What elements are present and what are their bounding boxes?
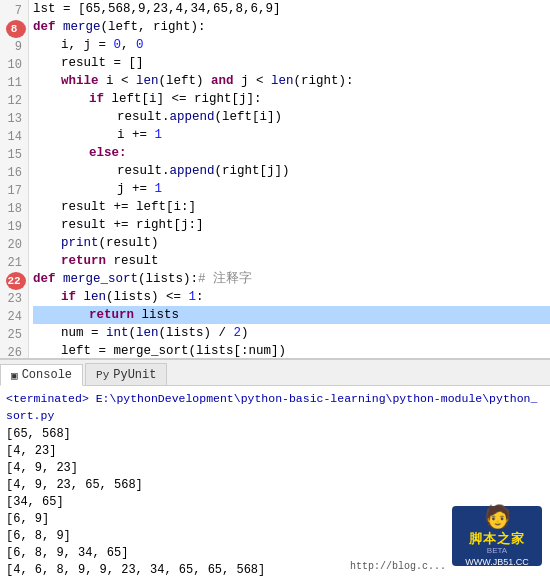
pyunit-tab-icon: Py bbox=[96, 369, 109, 381]
line-number-11: 11 bbox=[4, 74, 26, 92]
code-line-24: return lists bbox=[33, 306, 550, 324]
console-line-7: [6, 8, 9, 34, 65] bbox=[6, 545, 544, 562]
line-number-18: 18 bbox=[4, 200, 26, 218]
tab-pyunit[interactable]: PyPyUnit bbox=[85, 363, 167, 385]
code-line-7: lst = [65,568,9,23,4,34,65,8,6,9] bbox=[33, 0, 550, 18]
line-number-13: 13 bbox=[4, 110, 26, 128]
tab-console[interactable]: ▣Console bbox=[0, 364, 83, 386]
console-line-1: [4, 23] bbox=[6, 443, 544, 460]
code-line-9: i, j = 0, 0 bbox=[33, 36, 550, 54]
console-line-8: [4, 6, 8, 9, 9, 23, 34, 65, 65, 568] bbox=[6, 562, 544, 576]
line-number-19: 19 bbox=[4, 218, 26, 236]
line-number-26: 26 bbox=[4, 344, 26, 360]
code-line-22: def merge_sort(lists):# 注释字 bbox=[33, 270, 550, 288]
line-number-9: 9 bbox=[4, 38, 26, 56]
code-line-13: result.append(left[i]) bbox=[33, 108, 550, 126]
pyunit-tab-label: PyUnit bbox=[113, 368, 156, 382]
console-line-6: [6, 8, 9] bbox=[6, 528, 544, 545]
code-line-20: print(result) bbox=[33, 234, 550, 252]
line-number-25: 25 bbox=[4, 326, 26, 344]
console-line-0: [65, 568] bbox=[6, 426, 544, 443]
console-tab-icon: ▣ bbox=[11, 369, 18, 382]
code-line-11: while i < len(left) and j < len(right): bbox=[33, 72, 550, 90]
code-line-21: return result bbox=[33, 252, 550, 270]
code-line-15: else: bbox=[33, 144, 550, 162]
code-line-8: def merge(left, right): bbox=[33, 18, 550, 36]
code-line-23: if len(lists) <= 1: bbox=[33, 288, 550, 306]
line-number-20: 20 bbox=[4, 236, 26, 254]
line-number-16: 16 bbox=[4, 164, 26, 182]
code-lines[interactable]: lst = [65,568,9,23,4,34,65,8,6,9]def mer… bbox=[29, 0, 550, 358]
line-number-14: 14 bbox=[4, 128, 26, 146]
console-path: <terminated> E:\pythonDevelopment\python… bbox=[6, 390, 544, 424]
line-number-21: 21 bbox=[4, 254, 26, 272]
line-number-12: 12 bbox=[4, 92, 26, 110]
line-number-15: 15 bbox=[4, 146, 26, 164]
console-line-2: [4, 9, 23] bbox=[6, 460, 544, 477]
code-line-16: result.append(right[j]) bbox=[33, 162, 550, 180]
code-line-26: left = merge_sort(lists[:num]) bbox=[33, 342, 550, 358]
line-number-22: 22 bbox=[6, 272, 26, 290]
line-number-7: 7 bbox=[4, 2, 26, 20]
console-line-4: [34, 65] bbox=[6, 494, 544, 511]
bottom-panel: ▣ConsolePyPyUnit <terminated> E:\pythonD… bbox=[0, 360, 550, 576]
code-line-10: result = [] bbox=[33, 54, 550, 72]
code-line-18: result += left[i:] bbox=[33, 198, 550, 216]
line-number-23: 23 bbox=[4, 290, 26, 308]
line-number-10: 10 bbox=[4, 56, 26, 74]
editor-area: 7891011121314151617181920212223242526272… bbox=[0, 0, 550, 360]
code-line-17: j += 1 bbox=[33, 180, 550, 198]
panel-tabs: ▣ConsolePyPyUnit bbox=[0, 360, 550, 386]
line-number-8: 8 bbox=[6, 20, 26, 38]
console-tab-label: Console bbox=[22, 368, 72, 382]
console-line-3: [4, 9, 23, 65, 568] bbox=[6, 477, 544, 494]
code-line-14: i += 1 bbox=[33, 126, 550, 144]
code-line-19: result += right[j:] bbox=[33, 216, 550, 234]
code-line-25: num = int(len(lists) / 2) bbox=[33, 324, 550, 342]
console-output: <terminated> E:\pythonDevelopment\python… bbox=[0, 386, 550, 576]
watermark-url-below: http://blog.c... bbox=[350, 561, 446, 572]
console-line-5: [6, 9] bbox=[6, 511, 544, 528]
line-numbers: 7891011121314151617181920212223242526272… bbox=[0, 0, 29, 358]
line-number-24: 24 bbox=[4, 308, 26, 326]
code-line-12: if left[i] <= right[j]: bbox=[33, 90, 550, 108]
line-number-17: 17 bbox=[4, 182, 26, 200]
